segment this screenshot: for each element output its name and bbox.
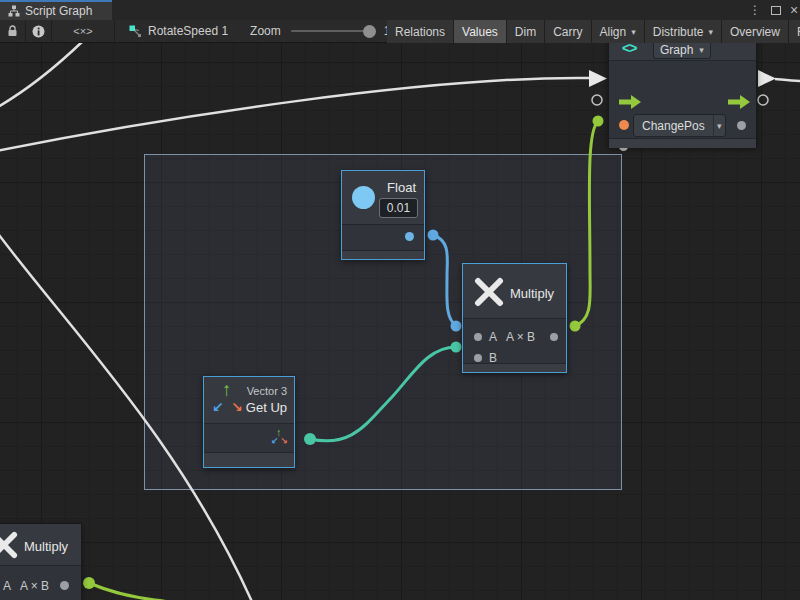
node-vector3-get-up[interactable]: ↑ ↙ ↘ Vector 3 Get Up ↑ ↙ ↘ bbox=[203, 376, 295, 468]
overview-button[interactable]: Overview bbox=[722, 20, 788, 43]
tab-script-graph[interactable]: Script Graph bbox=[0, 0, 112, 20]
vector3-icon: ↑ ↙ ↘ bbox=[212, 381, 248, 419]
getup-node-footer bbox=[204, 452, 294, 467]
control-in-arrow[interactable] bbox=[589, 70, 607, 87]
multiply-input-b-port[interactable] bbox=[474, 354, 482, 362]
breadcrumb-label: RotateSpeed 1 bbox=[148, 24, 228, 38]
unconnected-port-circle-left[interactable] bbox=[592, 95, 602, 105]
multiply2-node-ports: A A × B bbox=[0, 566, 81, 600]
code-view-icon: <×> bbox=[73, 25, 92, 37]
wire-getup-to-multiply-b[interactable] bbox=[310, 347, 456, 441]
control-wire[interactable] bbox=[0, 41, 83, 108]
wire-endpoint bbox=[451, 321, 462, 332]
multiply2-node-header: Multiply bbox=[0, 524, 81, 566]
code-view-button[interactable]: <×> bbox=[52, 20, 115, 43]
port-label-out: A × B bbox=[506, 331, 535, 343]
toolbar: <×> RotateSpeed 1 Zoom 1x Relations Valu… bbox=[0, 20, 800, 43]
multiply-x-icon bbox=[474, 277, 504, 307]
wire-endpoint bbox=[83, 577, 95, 589]
wire-multiply-to-setvar[interactable] bbox=[575, 121, 598, 326]
setvar-node-footer bbox=[609, 138, 756, 148]
float-node-footer bbox=[342, 250, 424, 259]
unconnected-port-circle-right[interactable] bbox=[758, 95, 768, 105]
node-float-literal[interactable]: Float bbox=[341, 170, 425, 260]
chevron-down-icon: ▾ bbox=[699, 45, 704, 55]
button-label: Relations bbox=[395, 25, 445, 39]
multiply-input-a-port[interactable] bbox=[474, 333, 482, 341]
node-title: Float bbox=[387, 180, 416, 195]
chevron-down-icon: ▾ bbox=[631, 27, 636, 37]
info-button[interactable] bbox=[26, 20, 52, 43]
values-button[interactable]: Values bbox=[454, 20, 506, 43]
getup-node-ports: ↑ ↙ ↘ bbox=[204, 424, 294, 452]
control-output-port[interactable] bbox=[728, 95, 750, 109]
port-label-a: A bbox=[489, 331, 497, 343]
toolbar-buttons: Relations Values Dim Carry Align▾ Distri… bbox=[387, 20, 800, 43]
button-label: Overview bbox=[730, 25, 780, 39]
port-label-out: A × B bbox=[20, 580, 49, 592]
setvar-node-ports: ChangePos ▾ bbox=[609, 61, 756, 138]
control-wire-into-setvar[interactable] bbox=[0, 78, 589, 151]
multiply-node-footer bbox=[463, 363, 566, 372]
control-input-port[interactable] bbox=[619, 95, 641, 109]
distribute-dropdown-button[interactable]: Distribute▾ bbox=[645, 20, 721, 43]
multiply2-output-port[interactable] bbox=[60, 581, 69, 590]
wire-endpoint bbox=[570, 321, 581, 332]
port-label-a: A bbox=[3, 580, 11, 592]
wire-endpoint bbox=[304, 433, 316, 445]
script-graph-icon bbox=[129, 25, 142, 38]
zoom-slider-handle[interactable] bbox=[363, 25, 376, 38]
title-bar: Script Graph ⋮ × bbox=[0, 0, 800, 20]
align-dropdown-button[interactable]: Align▾ bbox=[592, 20, 644, 43]
relations-button[interactable]: Relations bbox=[387, 20, 453, 43]
node-title: Get Up bbox=[246, 400, 287, 415]
zoom-slider[interactable] bbox=[291, 30, 376, 32]
vector3-output-port[interactable]: ↑ ↙ ↘ bbox=[271, 428, 288, 447]
lock-button[interactable] bbox=[0, 20, 26, 43]
multiply-x-icon bbox=[0, 531, 18, 559]
getup-node-header: ↑ ↙ ↘ Vector 3 Get Up bbox=[204, 377, 294, 424]
node-multiply[interactable]: Multiply A A × B B bbox=[462, 263, 567, 373]
button-label: Carry bbox=[553, 25, 582, 39]
node-title: Multiply bbox=[24, 539, 68, 554]
node-set-variable[interactable]: <> Graph ▾ ChangePos ▾ bbox=[608, 36, 757, 147]
variable-name-dropdown[interactable]: ChangePos ▾ bbox=[633, 114, 726, 137]
button-label: Align bbox=[600, 25, 627, 39]
lock-icon bbox=[7, 25, 18, 37]
float-output-port[interactable] bbox=[405, 232, 414, 241]
window-maximize-button[interactable] bbox=[768, 0, 784, 20]
float-type-icon bbox=[352, 186, 375, 209]
carry-button[interactable]: Carry bbox=[545, 20, 590, 43]
window-close-button[interactable]: × bbox=[786, 0, 800, 20]
float-node-ports bbox=[342, 225, 424, 250]
float-value-field[interactable] bbox=[379, 198, 418, 218]
full-screen-button[interactable]: Full Screen bbox=[789, 20, 800, 43]
button-label: Values bbox=[462, 25, 498, 39]
node-subtitle: Vector 3 bbox=[247, 385, 287, 397]
scope-value: Graph bbox=[660, 43, 693, 57]
multiply-output-port[interactable] bbox=[550, 333, 558, 341]
window-menu-button[interactable]: ⋮ bbox=[748, 0, 762, 20]
zoom-control: Zoom 1x bbox=[242, 24, 396, 38]
node-multiply-2[interactable]: Multiply A A × B bbox=[0, 523, 82, 600]
wire-endpoint bbox=[428, 230, 439, 241]
variable-name-port[interactable] bbox=[619, 120, 629, 130]
node-title: Multiply bbox=[510, 286, 554, 301]
maximize-icon bbox=[771, 6, 781, 15]
breadcrumb[interactable]: RotateSpeed 1 bbox=[115, 24, 242, 38]
control-wire-out-of-setvar[interactable] bbox=[775, 79, 800, 81]
chevron-down-icon: ▾ bbox=[708, 27, 713, 37]
info-icon bbox=[32, 25, 45, 38]
wire-endpoint bbox=[451, 342, 462, 353]
control-out-arrow[interactable] bbox=[758, 70, 776, 87]
button-label: Distribute bbox=[653, 25, 704, 39]
output-value-port[interactable] bbox=[737, 121, 746, 130]
chevron-down-icon: ▾ bbox=[713, 121, 725, 131]
multiply-node-header: Multiply bbox=[463, 264, 566, 319]
wire-multiply2-out[interactable] bbox=[89, 583, 182, 600]
graph-hierarchy-icon bbox=[8, 5, 20, 17]
variable-value: ChangePos bbox=[634, 119, 713, 133]
dim-button[interactable]: Dim bbox=[507, 20, 544, 43]
button-label: Dim bbox=[515, 25, 536, 39]
wire-float-to-multiply-a[interactable] bbox=[433, 235, 456, 326]
